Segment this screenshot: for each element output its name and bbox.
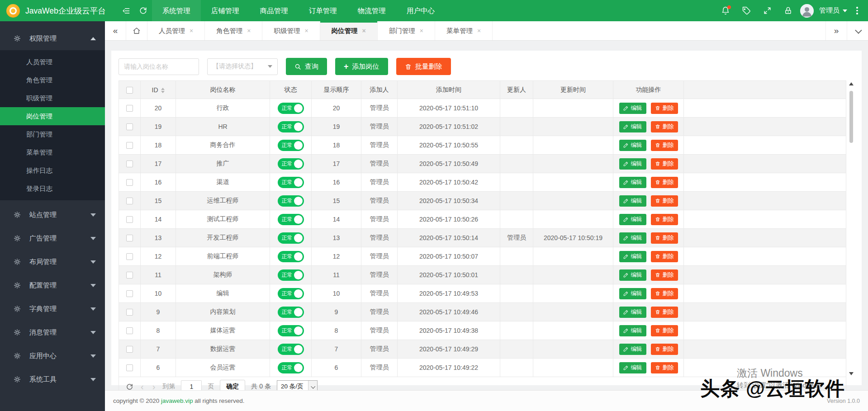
scrollbar-thumb[interactable] xyxy=(849,91,853,143)
tab-close-icon[interactable]: × xyxy=(247,27,251,34)
tab-close-icon[interactable]: × xyxy=(477,27,481,34)
status-toggle[interactable]: 正常 xyxy=(278,158,304,170)
row-checkbox[interactable] xyxy=(126,309,133,316)
tab-post[interactable]: 岗位管理× xyxy=(320,21,378,40)
pager-next-icon[interactable]: › xyxy=(151,382,157,391)
edit-button[interactable]: 编辑 xyxy=(619,214,646,225)
delete-button[interactable]: 删除 xyxy=(651,269,678,281)
edit-button[interactable]: 编辑 xyxy=(619,232,646,244)
delete-button[interactable]: 删除 xyxy=(651,232,678,244)
nav-menu-item-shop[interactable]: 店铺管理 xyxy=(201,0,250,21)
batch-delete-button[interactable]: 批量删除 xyxy=(396,58,451,75)
sidebar-item-personnel[interactable]: 人员管理 xyxy=(0,53,105,71)
status-toggle[interactable]: 正常 xyxy=(278,344,304,355)
row-checkbox[interactable] xyxy=(126,142,133,149)
tab-department[interactable]: 部门管理× xyxy=(378,21,435,40)
status-toggle[interactable]: 正常 xyxy=(278,214,304,225)
row-checkbox[interactable] xyxy=(126,216,133,223)
home-tab-icon[interactable] xyxy=(126,21,147,40)
post-name-search-input[interactable] xyxy=(119,58,199,75)
tab-rank[interactable]: 职级管理× xyxy=(262,21,320,40)
edit-button[interactable]: 编辑 xyxy=(619,103,646,114)
tabs-dropdown-icon[interactable] xyxy=(847,21,868,40)
row-checkbox[interactable] xyxy=(126,272,133,279)
nav-menu-item-logistics[interactable]: 物流管理 xyxy=(347,0,396,21)
edit-button[interactable]: 编辑 xyxy=(619,362,646,373)
delete-button[interactable]: 删除 xyxy=(651,177,678,188)
sidebar-section-message[interactable]: 消息管理 xyxy=(0,321,105,344)
nav-menu-item-goods[interactable]: 商品管理 xyxy=(250,0,299,21)
lock-screen-icon[interactable] xyxy=(779,0,797,21)
column-header-added-time[interactable]: 添加时间 xyxy=(398,81,500,99)
row-checkbox[interactable] xyxy=(126,123,133,130)
sidebar-item-post[interactable]: 岗位管理 xyxy=(0,107,105,125)
delete-button[interactable]: 删除 xyxy=(651,307,678,318)
column-header-name[interactable]: 岗位名称 xyxy=(176,81,270,99)
tab-role[interactable]: 角色管理× xyxy=(205,21,262,40)
collapse-sidebar-icon[interactable] xyxy=(118,0,135,21)
javaweb-link[interactable]: javaweb.vip xyxy=(161,397,193,404)
status-toggle[interactable]: 正常 xyxy=(278,288,304,299)
status-toggle[interactable]: 正常 xyxy=(278,195,304,207)
tabs-scroll-left-icon[interactable]: « xyxy=(105,21,126,40)
column-header-id[interactable]: ID xyxy=(141,81,176,99)
status-toggle[interactable]: 正常 xyxy=(278,103,304,114)
delete-button[interactable]: 删除 xyxy=(651,325,678,336)
delete-button[interactable]: 删除 xyxy=(651,362,678,373)
tab-personnel[interactable]: 人员管理× xyxy=(147,21,205,40)
tab-menu[interactable]: 菜单管理× xyxy=(435,21,493,40)
status-toggle[interactable]: 正常 xyxy=(278,269,304,281)
tag-icon[interactable] xyxy=(738,0,755,21)
column-header-updated-by[interactable]: 更新人 xyxy=(500,81,533,99)
row-checkbox[interactable] xyxy=(126,235,133,241)
delete-button[interactable]: 删除 xyxy=(651,103,678,114)
sidebar-item-department[interactable]: 部门管理 xyxy=(0,125,105,143)
sidebar-item-operation-log[interactable]: 操作日志 xyxy=(0,161,105,180)
edit-button[interactable]: 编辑 xyxy=(619,344,646,355)
delete-button[interactable]: 删除 xyxy=(651,140,678,151)
delete-button[interactable]: 删除 xyxy=(651,158,678,170)
sidebar-item-menu[interactable]: 菜单管理 xyxy=(0,143,105,161)
column-header-actions[interactable]: 功能操作 xyxy=(613,81,684,99)
nav-menu-item-system[interactable]: 系统管理 xyxy=(152,0,201,21)
query-button[interactable]: 查询 xyxy=(286,58,327,75)
delete-button[interactable]: 删除 xyxy=(651,344,678,355)
edit-button[interactable]: 编辑 xyxy=(619,307,646,318)
edit-button[interactable]: 编辑 xyxy=(619,288,646,299)
table-scrollbar[interactable] xyxy=(848,80,854,377)
sidebar-section-config[interactable]: 配置管理 xyxy=(0,274,105,297)
tabs-scroll-right-icon[interactable]: » xyxy=(825,21,847,40)
scroll-up-icon[interactable] xyxy=(849,82,854,85)
row-checkbox[interactable] xyxy=(126,253,133,260)
column-header-status[interactable]: 状态 xyxy=(270,81,312,99)
delete-button[interactable]: 删除 xyxy=(651,214,678,225)
edit-button[interactable]: 编辑 xyxy=(619,195,646,207)
tab-close-icon[interactable]: × xyxy=(420,27,423,34)
delete-button[interactable]: 删除 xyxy=(651,121,678,132)
tab-close-icon[interactable]: × xyxy=(304,27,308,34)
status-toggle[interactable]: 正常 xyxy=(278,251,304,262)
sidebar-section-ads[interactable]: 广告管理 xyxy=(0,227,105,250)
sidebar-section-layout[interactable]: 布局管理 xyxy=(0,250,105,274)
sidebar-section-permission[interactable]: 权限管理 xyxy=(0,27,105,50)
more-options-icon[interactable] xyxy=(853,7,862,14)
nav-menu-item-user-center[interactable]: 用户中心 xyxy=(396,0,445,21)
edit-button[interactable]: 编辑 xyxy=(619,325,646,336)
sidebar-section-system-tools[interactable]: 系统工具 xyxy=(0,368,105,391)
row-checkbox[interactable] xyxy=(126,364,133,371)
sidebar-item-role[interactable]: 角色管理 xyxy=(0,71,105,89)
status-toggle[interactable]: 正常 xyxy=(278,121,304,132)
row-checkbox[interactable] xyxy=(126,161,133,167)
sidebar-section-dictionary[interactable]: 字典管理 xyxy=(0,297,105,321)
edit-button[interactable]: 编辑 xyxy=(619,177,646,188)
column-header-order[interactable]: 显示顺序 xyxy=(312,81,361,99)
edit-button[interactable]: 编辑 xyxy=(619,140,646,151)
user-menu[interactable]: 管理员 xyxy=(817,6,849,15)
sidebar-section-app-center[interactable]: 应用中心 xyxy=(0,344,105,368)
sort-icon[interactable] xyxy=(161,88,165,93)
column-header-updated-time[interactable]: 更新时间 xyxy=(533,81,613,99)
column-header-added-by[interactable]: 添加人 xyxy=(361,81,398,99)
status-toggle[interactable]: 正常 xyxy=(278,325,304,336)
row-checkbox[interactable] xyxy=(126,346,133,353)
user-avatar[interactable] xyxy=(800,4,814,18)
